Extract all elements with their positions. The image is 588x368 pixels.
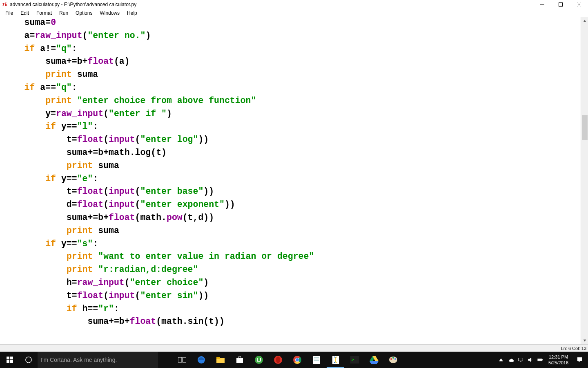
svg-rect-15 xyxy=(216,357,220,359)
menubar: FileEditFormatRunOptionsWindowsHelp xyxy=(0,9,588,17)
code-editor[interactable]: suma=0 a=raw_input("enter no.") if a!="q… xyxy=(0,17,581,344)
svg-rect-46 xyxy=(577,357,582,361)
volume-tray-icon[interactable] xyxy=(526,352,535,368)
svg-text:>_: >_ xyxy=(352,357,357,362)
maximize-button[interactable] xyxy=(551,0,570,9)
svg-rect-6 xyxy=(7,357,9,359)
edge-icon[interactable] xyxy=(192,352,211,368)
scroll-down-button[interactable] xyxy=(581,337,588,344)
svg-point-10 xyxy=(26,357,31,363)
taskbar-clock[interactable]: 12:31 PM 5/25/2016 xyxy=(545,354,572,366)
notepadpp-icon[interactable] xyxy=(307,352,326,368)
clock-date: 5/25/2016 xyxy=(548,360,568,366)
menu-windows[interactable]: Windows xyxy=(96,9,123,17)
svg-rect-8 xyxy=(7,360,9,363)
idle-app-icon: Tk xyxy=(2,2,7,7)
svg-rect-16 xyxy=(236,358,243,363)
onedrive-tray-icon[interactable] xyxy=(506,352,516,368)
menu-format[interactable]: Format xyxy=(33,9,56,17)
cursor-position: Ln: 6 Col: 13 xyxy=(561,346,586,351)
svg-rect-44 xyxy=(542,359,543,360)
statusbar: Ln: 6 Col: 13 xyxy=(0,344,588,352)
tray-overflow-icon[interactable] xyxy=(496,352,506,368)
taskview-icon[interactable] xyxy=(172,352,192,368)
svg-marker-42 xyxy=(528,358,531,362)
battery-tray-icon[interactable] xyxy=(535,352,545,368)
start-button[interactable] xyxy=(0,352,20,368)
svg-rect-9 xyxy=(10,360,13,363)
svg-rect-11 xyxy=(178,357,182,362)
svg-rect-40 xyxy=(519,358,523,361)
cortana-placeholder: I'm Cortana. Ask me anything. xyxy=(41,357,117,363)
paint-icon[interactable] xyxy=(383,352,403,368)
scroll-thumb[interactable] xyxy=(582,115,588,140)
system-tray: 12:31 PM 5/25/2016 xyxy=(496,352,588,368)
minimize-button[interactable] xyxy=(533,0,551,9)
svg-point-37 xyxy=(392,357,394,359)
vertical-scrollbar[interactable] xyxy=(581,17,588,344)
menu-options[interactable]: Options xyxy=(72,9,96,17)
python-idle-icon[interactable] xyxy=(326,352,345,368)
menu-run[interactable]: Run xyxy=(56,9,72,17)
store-icon[interactable] xyxy=(230,352,249,368)
terminal-icon[interactable]: >_ xyxy=(345,352,364,368)
svg-marker-39 xyxy=(499,359,503,361)
cortana-icon[interactable] xyxy=(20,352,38,368)
window-controls xyxy=(533,0,588,9)
network-tray-icon[interactable] xyxy=(516,352,526,368)
svg-marker-34 xyxy=(370,361,379,364)
close-button[interactable] xyxy=(570,0,588,9)
svg-marker-47 xyxy=(579,361,580,362)
drive-icon[interactable] xyxy=(364,352,383,368)
svg-point-24 xyxy=(296,358,299,361)
utorrent-icon[interactable] xyxy=(249,352,268,368)
svg-rect-12 xyxy=(183,357,186,362)
menu-edit[interactable]: Edit xyxy=(17,9,33,17)
svg-marker-5 xyxy=(584,340,586,342)
action-center-icon[interactable] xyxy=(572,352,588,368)
svg-point-17 xyxy=(255,356,263,364)
titlebar: Tk advanced calculator.py - E:\Python\ad… xyxy=(0,0,588,9)
svg-rect-1 xyxy=(559,3,562,7)
menu-help[interactable]: Help xyxy=(123,9,141,17)
window-title: advanced calculator.py - E:\Python\advan… xyxy=(10,2,136,7)
taskbar: I'm Cortana. Ask me anything. >_ 12:31 P… xyxy=(0,352,588,368)
svg-rect-7 xyxy=(10,357,13,359)
chrome-icon[interactable] xyxy=(287,352,307,368)
clock-time: 12:31 PM xyxy=(548,354,568,360)
svg-point-38 xyxy=(394,358,396,360)
menu-file[interactable]: File xyxy=(2,9,17,17)
cortana-search-input[interactable]: I'm Cortana. Ask me anything. xyxy=(38,352,158,368)
svg-point-36 xyxy=(390,358,392,360)
svg-marker-4 xyxy=(584,20,586,22)
code-content[interactable]: suma=0 a=raw_input("enter no.") if a!="q… xyxy=(0,17,581,341)
scroll-up-button[interactable] xyxy=(581,17,588,25)
opera-icon[interactable] xyxy=(268,352,287,368)
fileexplorer-icon[interactable] xyxy=(211,352,230,368)
svg-rect-45 xyxy=(538,359,542,361)
svg-point-19 xyxy=(276,357,280,363)
svg-rect-25 xyxy=(313,356,320,364)
